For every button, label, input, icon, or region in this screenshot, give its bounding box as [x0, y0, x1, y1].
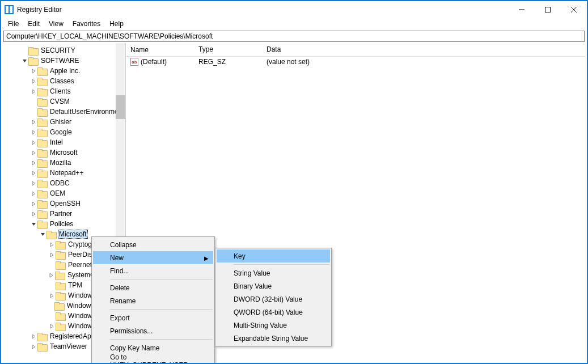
maximize-icon — [545, 7, 551, 12]
menu-separator — [234, 264, 329, 265]
menu-view[interactable]: View — [44, 19, 68, 29]
chevron-right-icon[interactable] — [29, 169, 37, 177]
tree-node[interactable]: Apple Inc. — [2, 66, 125, 76]
chevron-down-icon[interactable] — [29, 220, 37, 228]
tree-node[interactable]: Intel — [2, 137, 125, 147]
tree-node-label: Notepad++ — [50, 169, 83, 177]
chevron-right-icon[interactable] — [29, 67, 37, 75]
minimize-button[interactable] — [509, 1, 535, 18]
tree-node-label: Mozilla — [50, 159, 71, 167]
close-button[interactable] — [561, 1, 587, 18]
folder-icon — [56, 292, 65, 299]
submenu-item[interactable]: Key — [217, 249, 330, 263]
chevron-right-icon[interactable] — [48, 251, 56, 259]
tree-node-label: DefaultUserEnvironment — [50, 108, 124, 116]
chevron-right-icon[interactable] — [29, 149, 37, 156]
menu-help[interactable]: Help — [105, 19, 128, 29]
context-menu-item[interactable]: Find... — [93, 264, 213, 277]
menu-item-label: Permissions... — [110, 327, 153, 335]
chevron-down-icon[interactable] — [39, 230, 46, 238]
submenu-item[interactable]: QWORD (64-bit) Value — [217, 306, 330, 319]
menu-file[interactable]: File — [3, 19, 23, 29]
tree-node[interactable]: Classes — [2, 76, 125, 86]
col-name[interactable]: Name — [126, 43, 194, 56]
chevron-right-icon[interactable] — [47, 271, 55, 279]
folder-icon — [56, 261, 65, 269]
tree-node[interactable]: DefaultUserEnvironment — [2, 107, 125, 117]
folder-icon — [54, 302, 64, 310]
tree-node[interactable]: Clients — [2, 86, 125, 96]
tree-node-label: CVSM — [50, 98, 70, 105]
context-menu-item[interactable]: Collapse — [93, 238, 213, 251]
context-submenu-new[interactable]: KeyString ValueBinary ValueDWORD (32-bit… — [215, 248, 332, 346]
tree-node-label: Classes — [50, 77, 74, 85]
menu-item-label: Binary Value — [234, 282, 272, 290]
tree-node[interactable]: CVSM — [2, 96, 125, 107]
chevron-right-icon[interactable] — [48, 322, 56, 330]
tree-node[interactable]: ODBC — [2, 178, 125, 188]
menu-item-label: Delete — [110, 284, 130, 292]
tree-node[interactable]: Mozilla — [2, 158, 125, 168]
menu-item-label: New — [110, 254, 124, 262]
chevron-right-icon[interactable] — [29, 342, 37, 350]
tree-node-label: Apple Inc. — [50, 67, 80, 75]
scrollbar-thumb[interactable] — [116, 95, 125, 119]
context-menu-item[interactable]: Rename — [93, 294, 213, 307]
address-bar[interactable]: Computer\HKEY_LOCAL_MACHINE\SOFTWARE\Pol… — [3, 31, 585, 42]
chevron-down-icon[interactable] — [20, 57, 28, 65]
submenu-item[interactable]: Binary Value — [217, 280, 330, 293]
submenu-item[interactable]: DWORD (32-bit) Value — [217, 293, 330, 306]
folder-icon — [56, 241, 65, 248]
tree-node[interactable]: Notepad++ — [2, 168, 125, 178]
submenu-item[interactable]: Multi-String Value — [217, 319, 330, 332]
context-menu-item[interactable]: New▶ — [93, 251, 213, 264]
chevron-right-icon[interactable] — [29, 332, 37, 340]
chevron-right-icon[interactable] — [48, 240, 56, 248]
cell-type: REG_SZ — [194, 58, 262, 66]
folder-icon — [37, 129, 46, 136]
chevron-right-icon[interactable] — [29, 179, 37, 187]
tree-node[interactable]: Google — [2, 127, 125, 137]
menu-item-label: DWORD (32-bit) Value — [234, 295, 302, 303]
menu-separator — [110, 309, 213, 310]
menu-edit[interactable]: Edit — [23, 19, 44, 29]
context-menu-item[interactable]: Go to HKEY_CURRENT_USER — [93, 354, 213, 364]
tree-node[interactable]: OEM — [2, 188, 125, 198]
submenu-item[interactable]: Expandable String Value — [217, 332, 330, 345]
col-type[interactable]: Type — [194, 43, 262, 56]
chevron-right-icon[interactable] — [29, 210, 37, 218]
tree-node[interactable]: Ghisler — [2, 117, 125, 127]
menu-favorites[interactable]: Favorites — [68, 19, 105, 29]
menu-separator — [110, 339, 213, 340]
context-menu[interactable]: CollapseNew▶Find...DeleteRenameExportPer… — [91, 236, 215, 364]
chevron-right-icon[interactable] — [29, 138, 37, 146]
tree-node[interactable]: SOFTWARE — [2, 56, 125, 66]
chevron-right-icon[interactable] — [29, 128, 37, 136]
menu-item-label: Export — [110, 314, 130, 322]
chevron-right-icon[interactable] — [29, 200, 37, 208]
tree-node[interactable]: SECURITY — [2, 45, 125, 56]
col-data[interactable]: Data — [262, 43, 586, 56]
maximize-button[interactable] — [535, 1, 561, 18]
menu-item-label: Go to HKEY_CURRENT_USER — [110, 353, 202, 365]
chevron-right-icon[interactable] — [29, 87, 37, 95]
chevron-right-icon[interactable] — [29, 77, 37, 85]
tree-node[interactable]: Microsoft — [2, 147, 125, 158]
tree-node[interactable]: OpenSSH — [2, 198, 125, 209]
context-menu-item[interactable]: Delete — [93, 281, 213, 294]
folder-icon — [37, 88, 46, 95]
folder-icon — [37, 333, 46, 340]
submenu-item[interactable]: String Value — [217, 266, 330, 280]
tree-node[interactable]: Partner — [2, 209, 125, 219]
context-menu-item[interactable]: Export — [93, 311, 213, 324]
chevron-right-icon[interactable] — [29, 189, 37, 197]
chevron-right-icon[interactable] — [29, 118, 37, 126]
folder-icon — [28, 47, 37, 54]
chevron-right-icon[interactable] — [48, 291, 56, 299]
folder-icon — [37, 149, 46, 156]
list-row[interactable]: ab (Default) REG_SZ (value not set) — [126, 57, 586, 67]
tree-node-label: Microsoft — [50, 149, 78, 156]
tree-node[interactable]: Policies — [2, 219, 125, 229]
context-menu-item[interactable]: Permissions... — [93, 324, 213, 337]
chevron-right-icon[interactable] — [29, 159, 37, 167]
